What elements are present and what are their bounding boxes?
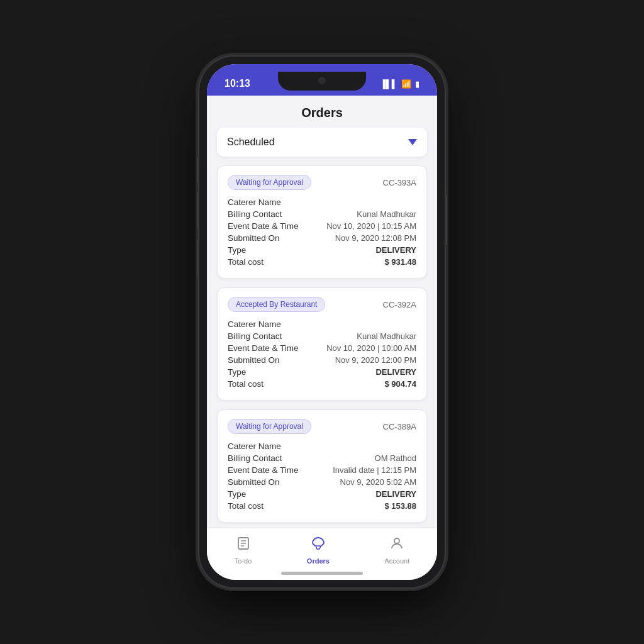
field-label: Event Date & Time: [228, 221, 299, 231]
field-label: Billing Contact: [228, 331, 282, 341]
field-value: Nov 10, 2020 | 10:15 AM: [326, 221, 416, 231]
order-field-row: Event Date & Time Nov 10, 2020 | 10:15 A…: [228, 221, 416, 231]
field-label: Caterer Name: [228, 441, 281, 451]
phone-screen: 10:13 ▐▌▌ 📶 ▮ Orders Scheduled Waiting f…: [207, 64, 437, 580]
nav-item-orders[interactable]: Orders: [294, 533, 342, 567]
chevron-down-icon: [408, 139, 417, 145]
order-id: CC-393A: [383, 178, 416, 187]
orders-icon: [311, 536, 326, 555]
todo-label: To-do: [235, 557, 252, 565]
field-value: DELIVERY: [375, 245, 416, 255]
field-value: Nov 9, 2020 12:00 PM: [335, 355, 416, 365]
battery-icon: ▮: [415, 79, 419, 89]
field-label: Caterer Name: [228, 319, 281, 329]
side-button-power: [445, 195, 447, 245]
field-label: Submitted On: [228, 477, 280, 487]
field-label: Event Date & Time: [228, 343, 299, 353]
order-field-row: Billing Contact Kunal Madhukar: [228, 331, 416, 341]
order-field-row: Type DELIVERY: [228, 489, 416, 499]
orders-content: Scheduled Waiting for Approval CC-393A C…: [207, 128, 437, 528]
dropdown-label: Scheduled: [227, 136, 275, 148]
field-label: Submitted On: [228, 233, 280, 243]
side-button-vol-up: [197, 192, 199, 230]
field-label: Billing Contact: [228, 453, 282, 463]
order-card[interactable]: Accepted By Restaurant CC-392A Caterer N…: [217, 287, 427, 401]
status-time: 10:13: [225, 78, 250, 89]
orders-label: Orders: [307, 557, 330, 565]
status-badge: Waiting for Approval: [228, 175, 311, 190]
status-icons: ▐▌▌ 📶 ▮: [380, 79, 419, 89]
order-field-row: Type DELIVERY: [228, 245, 416, 255]
account-icon: [389, 536, 404, 555]
order-field-row: Event Date & Time Invalid date | 12:15 P…: [228, 465, 416, 475]
field-label: Type: [228, 245, 246, 255]
phone-frame: 10:13 ▐▌▌ 📶 ▮ Orders Scheduled Waiting f…: [199, 57, 445, 587]
order-field-row: Type DELIVERY: [228, 367, 416, 377]
card-header: Waiting for Approval CC-393A: [228, 175, 416, 190]
order-field-row: Billing Contact Kunal Madhukar: [228, 209, 416, 219]
order-field-row: Submitted On Nov 9, 2020 12:08 PM: [228, 233, 416, 243]
nav-item-account[interactable]: Account: [372, 533, 422, 567]
field-value: Nov 10, 2020 | 10:00 AM: [326, 343, 416, 353]
order-field-row: Billing Contact OM Rathod: [228, 453, 416, 463]
page-title: Orders: [301, 106, 343, 119]
signal-icon: ▐▌▌: [380, 79, 397, 89]
field-value: $ 904.74: [384, 379, 416, 389]
field-label: Event Date & Time: [228, 465, 299, 475]
field-value: Kunal Madhukar: [357, 331, 416, 341]
camera: [318, 77, 326, 84]
order-field-row: Total cost $ 153.88: [228, 501, 416, 511]
orders-list: Waiting for Approval CC-393A Caterer Nam…: [217, 165, 427, 528]
order-id: CC-392A: [383, 300, 416, 309]
field-label: Total cost: [228, 379, 264, 389]
field-label: Total cost: [228, 257, 264, 267]
field-label: Caterer Name: [228, 197, 281, 207]
field-label: Submitted On: [228, 355, 280, 365]
field-value: Nov 9, 2020 5:02 AM: [340, 477, 416, 487]
card-header: Accepted By Restaurant CC-392A: [228, 297, 416, 312]
field-value: $ 153.88: [384, 501, 416, 511]
order-card[interactable]: Waiting for Approval CC-389A Caterer Nam…: [217, 409, 427, 523]
status-badge: Accepted By Restaurant: [228, 297, 325, 312]
order-field-row: Caterer Name: [228, 319, 416, 329]
notch: [278, 72, 366, 91]
field-value: Kunal Madhukar: [357, 209, 416, 219]
side-button-mute: [197, 157, 199, 182]
filter-dropdown[interactable]: Scheduled: [217, 128, 427, 157]
svg-point-4: [394, 538, 399, 543]
field-value: $ 931.48: [384, 257, 416, 267]
field-label: Total cost: [228, 501, 264, 511]
order-field-row: Caterer Name: [228, 197, 416, 207]
order-id: CC-389A: [383, 422, 416, 431]
field-value: DELIVERY: [375, 367, 416, 377]
field-value: Invalid date | 12:15 PM: [333, 465, 416, 475]
field-label: Type: [228, 489, 246, 499]
wifi-icon: 📶: [401, 79, 411, 89]
field-value: OM Rathod: [375, 453, 416, 463]
field-label: Type: [228, 367, 246, 377]
order-field-row: Total cost $ 931.48: [228, 257, 416, 267]
account-label: Account: [384, 557, 409, 565]
todo-icon: [236, 536, 251, 555]
nav-item-todo[interactable]: To-do: [222, 533, 265, 567]
order-field-row: Total cost $ 904.74: [228, 379, 416, 389]
side-button-vol-down: [197, 239, 199, 277]
field-value: Nov 9, 2020 12:08 PM: [335, 233, 416, 243]
order-field-row: Caterer Name: [228, 441, 416, 451]
status-badge: Waiting for Approval: [228, 419, 311, 434]
order-field-row: Submitted On Nov 9, 2020 5:02 AM: [228, 477, 416, 487]
home-indicator: [281, 572, 363, 575]
field-label: Billing Contact: [228, 209, 282, 219]
order-field-row: Event Date & Time Nov 10, 2020 | 10:00 A…: [228, 343, 416, 353]
order-field-row: Submitted On Nov 9, 2020 12:00 PM: [228, 355, 416, 365]
field-value: DELIVERY: [375, 489, 416, 499]
card-header: Waiting for Approval CC-389A: [228, 419, 416, 434]
app-header: Orders: [207, 96, 437, 128]
order-card[interactable]: Waiting for Approval CC-393A Caterer Nam…: [217, 165, 427, 279]
